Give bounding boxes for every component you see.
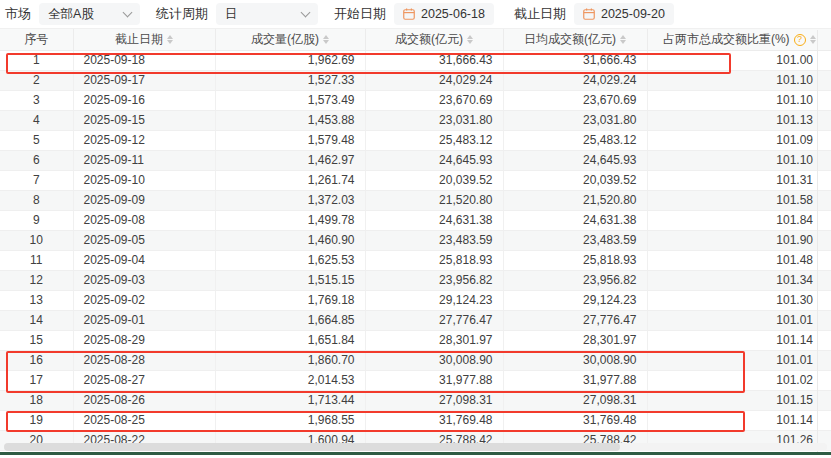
cell-end-date: 2025-09-10 <box>73 171 215 191</box>
cell-turnover: 20,039.52 <box>365 171 503 191</box>
cell-daily-avg-turnover: 28,301.97 <box>503 331 647 351</box>
filter-toolbar: 市场 全部A股 统计周期 日 开始日期 2025-06-18 截止日期 2025… <box>0 0 831 29</box>
cell-pct-of-total: 101.02 <box>647 371 831 391</box>
cell-turnover: 31,666.43 <box>365 51 503 71</box>
cell-pct-of-total: 101.10 <box>647 91 831 111</box>
cell-pct-of-total: 101.15 <box>647 391 831 411</box>
column-header-3[interactable]: 成交额(亿元) <box>365 29 503 51</box>
cell-volume: 1,515.15 <box>215 271 365 291</box>
table-header: 序号截止日期成交量(亿股)成交额(亿元)日均成交额(亿元)占两市总成交额比重(%… <box>0 29 831 51</box>
cell-index: 14 <box>0 311 73 331</box>
table-row: 62025-09-111,462.9724,645.9324,645.93101… <box>0 151 831 171</box>
sort-caret-icon <box>323 35 329 44</box>
cell-index: 13 <box>0 291 73 311</box>
cell-pct-of-total: 101.30 <box>647 291 831 311</box>
column-header-label: 成交量(亿股) <box>251 31 319 48</box>
cell-pct-of-total: 101.48 <box>647 251 831 271</box>
cell-end-date: 2025-09-17 <box>73 71 215 91</box>
end-date-label: 截止日期 <box>514 5 566 23</box>
cell-daily-avg-turnover: 31,769.48 <box>503 411 647 431</box>
cell-volume: 1,460.90 <box>215 231 365 251</box>
cell-daily-avg-turnover: 27,098.31 <box>503 391 647 411</box>
table-row: 92025-09-081,499.7824,631.3824,631.38101… <box>0 211 831 231</box>
cell-end-date: 2025-09-15 <box>73 111 215 131</box>
cell-volume: 1,769.18 <box>215 291 365 311</box>
cell-daily-avg-turnover: 23,670.69 <box>503 91 647 111</box>
cell-volume: 1,261.74 <box>215 171 365 191</box>
cell-pct-of-total: 101.09 <box>647 131 831 151</box>
table-row: 12025-09-181,962.6931,666.4331,666.43101… <box>0 51 831 71</box>
column-header-label: 日均成交额(亿元) <box>524 31 616 48</box>
chevron-down-icon <box>123 8 133 18</box>
cell-volume: 1,453.88 <box>215 111 365 131</box>
column-header-label: 截止日期 <box>115 31 163 48</box>
cell-index: 4 <box>0 111 73 131</box>
end-date-picker[interactable]: 2025-09-20 <box>574 3 674 25</box>
cell-pct-of-total: 101.58 <box>647 191 831 211</box>
cell-volume: 1,372.03 <box>215 191 365 211</box>
column-header-0: 序号 <box>0 29 73 51</box>
cell-end-date: 2025-09-16 <box>73 91 215 111</box>
cell-pct-of-total: 101.14 <box>647 331 831 351</box>
cell-index: 12 <box>0 271 73 291</box>
cell-daily-avg-turnover: 24,631.38 <box>503 211 647 231</box>
end-date-value: 2025-09-20 <box>601 7 665 21</box>
market-select[interactable]: 全部A股 <box>39 3 140 25</box>
period-select-value: 日 <box>225 6 238 23</box>
column-header-1[interactable]: 截止日期 <box>73 29 215 51</box>
cell-end-date: 2025-09-09 <box>73 191 215 211</box>
cell-index: 2 <box>0 71 73 91</box>
cell-volume: 1,573.49 <box>215 91 365 111</box>
cell-index: 5 <box>0 131 73 151</box>
cell-turnover: 27,776.47 <box>365 311 503 331</box>
cell-index: 17 <box>0 371 73 391</box>
period-label: 统计周期 <box>156 5 208 23</box>
cell-pct-of-total: 101.90 <box>647 231 831 251</box>
chevron-down-icon <box>301 8 311 18</box>
cell-index: 6 <box>0 151 73 171</box>
cell-daily-avg-turnover: 31,666.43 <box>503 51 647 71</box>
cell-daily-avg-turnover: 20,039.52 <box>503 171 647 191</box>
cell-turnover: 28,301.97 <box>365 331 503 351</box>
cell-end-date: 2025-09-18 <box>73 51 215 71</box>
cell-turnover: 21,520.80 <box>365 191 503 211</box>
horizontal-scrollbar-thumb[interactable] <box>4 443 620 451</box>
column-header-5[interactable]: 占两市总成交额比重(%)? <box>647 29 831 51</box>
market-label: 市场 <box>5 5 31 23</box>
market-select-value: 全部A股 <box>48 6 94 23</box>
cell-pct-of-total: 101.31 <box>647 171 831 191</box>
cell-turnover: 23,483.59 <box>365 231 503 251</box>
cell-daily-avg-turnover: 30,008.90 <box>503 351 647 371</box>
cell-index: 9 <box>0 211 73 231</box>
cell-end-date: 2025-08-27 <box>73 371 215 391</box>
cell-daily-avg-turnover: 24,029.24 <box>503 71 647 91</box>
start-date-value: 2025-06-18 <box>421 7 485 21</box>
cell-daily-avg-turnover: 31,977.88 <box>503 371 647 391</box>
cell-daily-avg-turnover: 21,520.80 <box>503 191 647 211</box>
period-select[interactable]: 日 <box>216 3 318 25</box>
cell-turnover: 24,631.38 <box>365 211 503 231</box>
cell-index: 10 <box>0 231 73 251</box>
cell-index: 16 <box>0 351 73 371</box>
cell-pct-of-total: 101.10 <box>647 71 831 91</box>
help-icon[interactable]: ? <box>794 34 806 46</box>
cell-turnover: 23,670.69 <box>365 91 503 111</box>
table-row: 112025-09-041,625.5325,818.9325,818.9310… <box>0 251 831 271</box>
table-row: 52025-09-121,579.4825,483.1225,483.12101… <box>0 131 831 151</box>
cell-daily-avg-turnover: 25,483.12 <box>503 131 647 151</box>
cell-volume: 1,664.85 <box>215 311 365 331</box>
table-row: 142025-09-011,664.8527,776.4727,776.4710… <box>0 311 831 331</box>
start-date-picker[interactable]: 2025-06-18 <box>394 3 494 25</box>
table-row: 72025-09-101,261.7420,039.5220,039.52101… <box>0 171 831 191</box>
cell-turnover: 23,956.82 <box>365 271 503 291</box>
column-header-2[interactable]: 成交量(亿股) <box>215 29 365 51</box>
cell-turnover: 24,645.93 <box>365 151 503 171</box>
table-row: 42025-09-151,453.8823,031.8023,031.80101… <box>0 111 831 131</box>
cell-volume: 1,651.84 <box>215 331 365 351</box>
cell-daily-avg-turnover: 25,818.93 <box>503 251 647 271</box>
cell-volume: 1,713.44 <box>215 391 365 411</box>
sort-caret-icon <box>810 35 816 44</box>
cell-turnover: 30,008.90 <box>365 351 503 371</box>
cell-end-date: 2025-09-12 <box>73 131 215 151</box>
column-header-4[interactable]: 日均成交额(亿元) <box>503 29 647 51</box>
